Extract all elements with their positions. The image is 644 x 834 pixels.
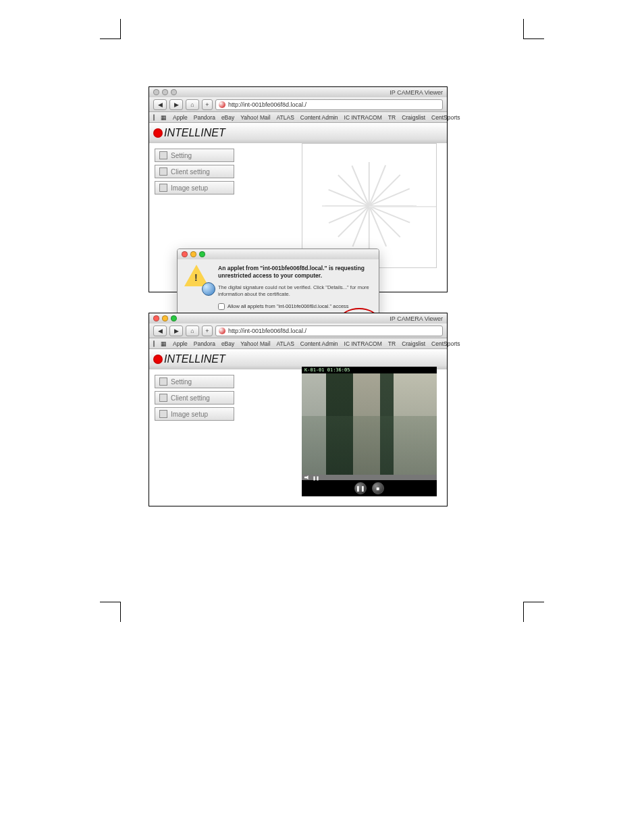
- bookmark-item[interactable]: Content Admin: [300, 340, 338, 347]
- page-body: Setting Client setting Image setup K-01-…: [149, 369, 447, 506]
- check-icon: [159, 377, 167, 386]
- zoom-icon[interactable]: [171, 89, 177, 95]
- sidebar-item-label: Client setting: [171, 168, 210, 176]
- crop-mark: [120, 602, 121, 622]
- bookmark-item[interactable]: Pandora: [194, 114, 215, 121]
- speaker-icon[interactable]: [304, 475, 310, 479]
- sidebar-item-image[interactable]: Image setup: [155, 407, 234, 421]
- bookmark-item[interactable]: ATLAS: [277, 340, 294, 347]
- zoom-icon[interactable]: [171, 315, 177, 321]
- sidebar-item-image[interactable]: Image setup: [155, 181, 234, 194]
- bookmark-item[interactable]: Yahoo! Mail: [240, 114, 270, 121]
- image-icon: [159, 410, 167, 418]
- check-icon: [159, 151, 167, 159]
- dialog-body: An applet from "int-001bfe006f8d.local."…: [178, 259, 379, 315]
- audio-bar: ❚❚: [302, 475, 437, 480]
- sidebar-item-client[interactable]: Client setting: [155, 391, 234, 405]
- stop-button[interactable]: ■: [372, 482, 384, 494]
- dialog-traffic-lights[interactable]: [182, 251, 205, 257]
- minimize-icon[interactable]: [190, 251, 196, 257]
- brand-logo: INTELLINET: [153, 127, 225, 139]
- bookmark-item[interactable]: CentSports: [431, 114, 460, 121]
- page-brand-header: INTELLINET: [149, 123, 447, 143]
- window-titlebar: IP CAMERA Viewer: [149, 313, 447, 323]
- bookmark-item[interactable]: Content Admin: [300, 114, 338, 121]
- forward-button[interactable]: ▶: [169, 325, 183, 336]
- timestamp-bar: K-01-01 01:36:05: [302, 367, 437, 373]
- browser-window-2: IP CAMERA Viewer ◀ ▶ ⌂ + http://int-001b…: [149, 313, 448, 506]
- globe-icon: [202, 282, 215, 296]
- bookmark-item[interactable]: Yahoo! Mail: [240, 340, 270, 347]
- bookmark-bar: ▦ Apple Pandora eBay Yahoo! Mail ATLAS C…: [149, 338, 447, 349]
- sidebar-item-label: Image setup: [171, 184, 208, 192]
- bookmark-item[interactable]: Craigslist: [402, 340, 425, 347]
- brand-name: INTELLINET: [164, 127, 225, 139]
- bookmark-item[interactable]: IC INTRACOM: [344, 340, 382, 347]
- bookmark-item[interactable]: ATLAS: [277, 114, 294, 121]
- logo-swoosh-icon: [153, 355, 163, 364]
- grid-icon[interactable]: ▦: [161, 114, 167, 121]
- close-icon[interactable]: [153, 315, 159, 321]
- url-field[interactable]: http://int-001bfe006f8d.local./: [215, 99, 443, 110]
- bookmark-item[interactable]: IC INTRACOM: [344, 114, 382, 121]
- dialog-heading: An applet from "int-001bfe006f8d.local."…: [218, 265, 371, 280]
- bookmark-bar: ▦ Apple Pandora eBay Yahoo! Mail ATLAS C…: [149, 112, 447, 123]
- logo-swoosh-icon: [153, 128, 163, 138]
- camera-viewport-live: K-01-01 01:36:05 ❚❚ ❚❚ ■: [302, 367, 437, 496]
- timestamp-text: K-01-01 01:36:05: [304, 367, 350, 373]
- user-icon: [159, 394, 167, 402]
- sidebar-item-setting[interactable]: Setting: [155, 375, 234, 388]
- bookmark-item[interactable]: TR: [388, 340, 396, 347]
- bookmark-item[interactable]: eBay: [221, 114, 234, 121]
- crop-mark: [523, 19, 524, 39]
- crop-mark: [524, 38, 544, 39]
- url-text: http://int-001bfe006f8d.local./: [228, 101, 306, 108]
- sidebar-item-client[interactable]: Client setting: [155, 165, 234, 178]
- zoom-icon[interactable]: [199, 251, 205, 257]
- home-button[interactable]: ⌂: [186, 99, 199, 110]
- home-button[interactable]: ⌂: [186, 325, 199, 336]
- bookmark-item[interactable]: CentSports: [431, 340, 460, 347]
- add-tab-button[interactable]: +: [202, 99, 213, 110]
- minimize-icon[interactable]: [162, 89, 168, 95]
- sidebar-item-setting[interactable]: Setting: [155, 149, 234, 162]
- window-titlebar: IP CAMERA Viewer: [149, 87, 447, 97]
- bookmark-item[interactable]: Craigslist: [402, 114, 425, 121]
- sidebar: Setting Client setting Image setup: [155, 375, 234, 500]
- sidebar-item-label: Client setting: [171, 394, 210, 402]
- book-icon[interactable]: [153, 340, 155, 347]
- bookmark-item[interactable]: eBay: [221, 340, 234, 347]
- bookmark-item[interactable]: Apple: [173, 114, 188, 121]
- crop-mark: [524, 602, 544, 602]
- camera-live-image: [302, 373, 437, 475]
- browser-toolbar: ◀ ▶ ⌂ + http://int-001bfe006f8d.local./: [149, 97, 447, 112]
- close-icon[interactable]: [153, 89, 159, 95]
- url-text: http://int-001bfe006f8d.local./: [228, 328, 306, 334]
- back-button[interactable]: ◀: [153, 99, 167, 110]
- user-icon: [159, 167, 167, 176]
- traffic-lights[interactable]: [153, 89, 177, 95]
- crop-mark: [100, 602, 120, 602]
- page-body: Setting Client setting Image setup: [149, 143, 447, 292]
- close-icon[interactable]: [182, 251, 188, 257]
- brand-name: INTELLINET: [164, 353, 225, 365]
- grid-icon[interactable]: ▦: [161, 340, 167, 347]
- pause-button[interactable]: ❚❚: [354, 482, 367, 494]
- bookmark-item[interactable]: Pandora: [194, 340, 215, 347]
- bookmark-item[interactable]: TR: [388, 114, 396, 121]
- browser-window-1: IP CAMERA Viewer ◀ ▶ ⌂ + http://int-001b…: [149, 86, 448, 292]
- add-tab-button[interactable]: +: [202, 325, 213, 336]
- back-button[interactable]: ◀: [153, 325, 167, 336]
- book-icon[interactable]: [153, 114, 155, 121]
- dialog-titlebar: [178, 249, 379, 259]
- url-field[interactable]: http://int-001bfe006f8d.local./: [215, 325, 443, 336]
- brand-logo: INTELLINET: [153, 353, 225, 365]
- favicon-icon: [219, 328, 225, 334]
- bookmark-item[interactable]: Apple: [173, 340, 188, 347]
- forward-button[interactable]: ▶: [169, 99, 183, 110]
- minimize-icon[interactable]: [162, 315, 168, 321]
- window-title: IP CAMERA Viewer: [390, 89, 443, 96]
- traffic-lights[interactable]: [153, 315, 177, 321]
- browser-toolbar: ◀ ▶ ⌂ + http://int-001bfe006f8d.local./: [149, 323, 447, 338]
- pause-small-icon[interactable]: ❚❚: [313, 475, 319, 480]
